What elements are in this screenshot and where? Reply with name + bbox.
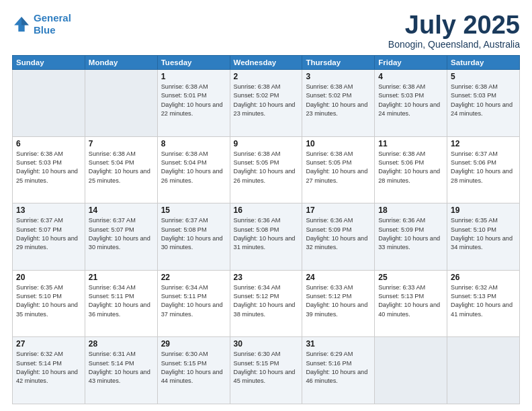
table-row: 14Sunrise: 6:37 AM Sunset: 5:07 PM Dayli… — [85, 203, 157, 271]
cell-info: Sunrise: 6:37 AM Sunset: 5:07 PM Dayligh… — [16, 216, 81, 252]
table-row: 26Sunrise: 6:32 AM Sunset: 5:13 PM Dayli… — [447, 270, 520, 337]
header: General Blue July 2025 Bonogin, Queensla… — [12, 12, 520, 50]
calendar-table: Sunday Monday Tuesday Wednesday Thursday… — [12, 55, 520, 404]
cell-info: Sunrise: 6:38 AM Sunset: 5:05 PM Dayligh… — [306, 150, 371, 185]
day-number: 27 — [16, 339, 81, 349]
day-number: 20 — [16, 273, 81, 282]
cell-info: Sunrise: 6:34 AM Sunset: 5:11 PM Dayligh… — [89, 283, 154, 319]
cell-info: Sunrise: 6:29 AM Sunset: 5:16 PM Dayligh… — [306, 350, 371, 385]
table-row: 16Sunrise: 6:36 AM Sunset: 5:08 PM Dayli… — [230, 203, 302, 271]
day-number: 11 — [378, 139, 443, 148]
cell-info: Sunrise: 6:33 AM Sunset: 5:12 PM Dayligh… — [306, 283, 371, 319]
cell-info: Sunrise: 6:31 AM Sunset: 5:14 PM Dayligh… — [89, 350, 154, 385]
cell-info: Sunrise: 6:36 AM Sunset: 5:09 PM Dayligh… — [306, 216, 371, 252]
calendar-header-row: Sunday Monday Tuesday Wednesday Thursday… — [13, 56, 520, 70]
cell-info: Sunrise: 6:38 AM Sunset: 5:03 PM Dayligh… — [451, 83, 516, 118]
table-row: 9Sunrise: 6:38 AM Sunset: 5:05 PM Daylig… — [230, 136, 302, 203]
month-title: July 2025 — [388, 12, 520, 38]
day-number: 13 — [16, 205, 81, 215]
logo: General Blue — [12, 12, 71, 36]
day-number: 16 — [234, 205, 299, 215]
day-number: 15 — [161, 205, 226, 215]
day-number: 26 — [451, 273, 516, 282]
cell-info: Sunrise: 6:35 AM Sunset: 5:10 PM Dayligh… — [16, 283, 81, 319]
day-number: 2 — [234, 72, 299, 81]
table-row — [13, 70, 85, 137]
day-number: 17 — [306, 205, 371, 215]
calendar-week-row: 20Sunrise: 6:35 AM Sunset: 5:10 PM Dayli… — [13, 270, 520, 337]
location-subtitle: Bonogin, Queensland, Australia — [388, 39, 520, 50]
cell-info: Sunrise: 6:30 AM Sunset: 5:15 PM Dayligh… — [161, 350, 226, 385]
col-sunday: Sunday — [13, 56, 85, 70]
table-row: 23Sunrise: 6:34 AM Sunset: 5:12 PM Dayli… — [230, 270, 302, 337]
cell-info: Sunrise: 6:38 AM Sunset: 5:03 PM Dayligh… — [16, 150, 81, 185]
day-number: 25 — [378, 273, 443, 282]
table-row: 30Sunrise: 6:30 AM Sunset: 5:15 PM Dayli… — [230, 337, 302, 404]
day-number: 30 — [234, 339, 299, 349]
day-number: 14 — [89, 205, 154, 215]
cell-info: Sunrise: 6:38 AM Sunset: 5:02 PM Dayligh… — [234, 83, 299, 118]
table-row: 22Sunrise: 6:34 AM Sunset: 5:11 PM Dayli… — [157, 270, 230, 337]
table-row — [447, 337, 520, 404]
table-row: 2Sunrise: 6:38 AM Sunset: 5:02 PM Daylig… — [230, 70, 302, 137]
cell-info: Sunrise: 6:38 AM Sunset: 5:02 PM Dayligh… — [306, 83, 371, 118]
day-number: 8 — [161, 139, 226, 148]
cell-info: Sunrise: 6:34 AM Sunset: 5:12 PM Dayligh… — [234, 283, 299, 319]
cell-info: Sunrise: 6:37 AM Sunset: 5:06 PM Dayligh… — [451, 150, 516, 185]
table-row: 25Sunrise: 6:33 AM Sunset: 5:13 PM Dayli… — [375, 270, 447, 337]
logo-line1: General — [34, 12, 71, 24]
day-number: 21 — [89, 273, 154, 282]
cell-info: Sunrise: 6:32 AM Sunset: 5:13 PM Dayligh… — [451, 283, 516, 319]
day-number: 10 — [306, 139, 371, 148]
logo-line2: Blue — [34, 24, 56, 36]
table-row: 1Sunrise: 6:38 AM Sunset: 5:01 PM Daylig… — [157, 70, 230, 137]
col-tuesday: Tuesday — [157, 56, 230, 70]
cell-info: Sunrise: 6:32 AM Sunset: 5:14 PM Dayligh… — [16, 350, 81, 385]
day-number: 18 — [378, 205, 443, 215]
day-number: 6 — [16, 139, 81, 148]
table-row: 8Sunrise: 6:38 AM Sunset: 5:04 PM Daylig… — [157, 136, 230, 203]
table-row: 19Sunrise: 6:35 AM Sunset: 5:10 PM Dayli… — [447, 203, 520, 271]
table-row: 7Sunrise: 6:38 AM Sunset: 5:04 PM Daylig… — [85, 136, 157, 203]
table-row — [375, 337, 447, 404]
table-row: 21Sunrise: 6:34 AM Sunset: 5:11 PM Dayli… — [85, 270, 157, 337]
day-number: 24 — [306, 273, 371, 282]
table-row: 27Sunrise: 6:32 AM Sunset: 5:14 PM Dayli… — [13, 337, 85, 404]
day-number: 31 — [306, 339, 371, 349]
calendar-week-row: 13Sunrise: 6:37 AM Sunset: 5:07 PM Dayli… — [13, 203, 520, 271]
table-row: 6Sunrise: 6:38 AM Sunset: 5:03 PM Daylig… — [13, 136, 85, 203]
calendar-week-row: 6Sunrise: 6:38 AM Sunset: 5:03 PM Daylig… — [13, 136, 520, 203]
cell-info: Sunrise: 6:34 AM Sunset: 5:11 PM Dayligh… — [161, 283, 226, 319]
table-row: 10Sunrise: 6:38 AM Sunset: 5:05 PM Dayli… — [302, 136, 375, 203]
cell-info: Sunrise: 6:38 AM Sunset: 5:04 PM Dayligh… — [161, 150, 226, 185]
day-number: 19 — [451, 205, 516, 215]
table-row: 20Sunrise: 6:35 AM Sunset: 5:10 PM Dayli… — [13, 270, 85, 337]
table-row — [85, 70, 157, 137]
table-row: 31Sunrise: 6:29 AM Sunset: 5:16 PM Dayli… — [302, 337, 375, 404]
table-row: 28Sunrise: 6:31 AM Sunset: 5:14 PM Dayli… — [85, 337, 157, 404]
title-area: July 2025 Bonogin, Queensland, Australia — [388, 12, 520, 50]
day-number: 29 — [161, 339, 226, 349]
table-row: 11Sunrise: 6:38 AM Sunset: 5:06 PM Dayli… — [375, 136, 447, 203]
col-monday: Monday — [85, 56, 157, 70]
col-thursday: Thursday — [302, 56, 375, 70]
logo-icon — [12, 15, 31, 34]
cell-info: Sunrise: 6:36 AM Sunset: 5:08 PM Dayligh… — [234, 216, 299, 252]
cell-info: Sunrise: 6:38 AM Sunset: 5:01 PM Dayligh… — [161, 83, 226, 118]
table-row: 18Sunrise: 6:36 AM Sunset: 5:09 PM Dayli… — [375, 203, 447, 271]
day-number: 3 — [306, 72, 371, 81]
col-friday: Friday — [375, 56, 447, 70]
day-number: 7 — [89, 139, 154, 148]
table-row: 29Sunrise: 6:30 AM Sunset: 5:15 PM Dayli… — [157, 337, 230, 404]
cell-info: Sunrise: 6:38 AM Sunset: 5:04 PM Dayligh… — [89, 150, 154, 185]
svg-marker-1 — [21, 17, 29, 25]
cell-info: Sunrise: 6:38 AM Sunset: 5:05 PM Dayligh… — [234, 150, 299, 185]
day-number: 9 — [234, 139, 299, 148]
col-saturday: Saturday — [447, 56, 520, 70]
day-number: 1 — [161, 72, 226, 81]
table-row: 3Sunrise: 6:38 AM Sunset: 5:02 PM Daylig… — [302, 70, 375, 137]
cell-info: Sunrise: 6:37 AM Sunset: 5:07 PM Dayligh… — [89, 216, 154, 252]
cell-info: Sunrise: 6:33 AM Sunset: 5:13 PM Dayligh… — [378, 283, 443, 319]
calendar-week-row: 27Sunrise: 6:32 AM Sunset: 5:14 PM Dayli… — [13, 337, 520, 404]
table-row: 13Sunrise: 6:37 AM Sunset: 5:07 PM Dayli… — [13, 203, 85, 271]
